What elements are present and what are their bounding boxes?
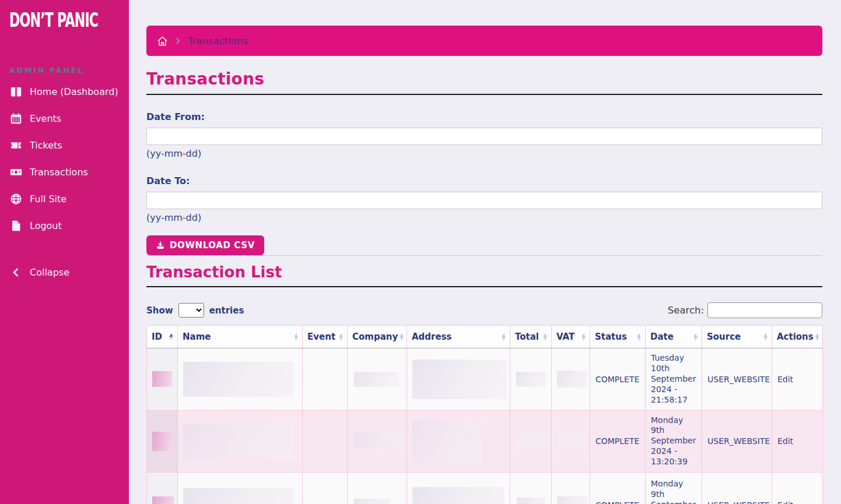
column-header-company[interactable]: Company▲▼ [348, 326, 407, 348]
transaction-source: USER_WEBSITE [702, 473, 772, 504]
divider [146, 255, 822, 256]
entries-label: entries [209, 305, 244, 316]
document-icon [10, 220, 22, 232]
money-icon [10, 166, 22, 178]
chevron-left-icon [10, 266, 22, 279]
download-icon [156, 241, 165, 250]
redacted-value [152, 371, 172, 387]
redacted-value [183, 488, 294, 504]
transaction-date: Tuesday 10th September 2024 - 21:58:17 [646, 348, 702, 411]
app-logo[interactable]: DON’T PANIC [9, 8, 107, 31]
globe-icon [10, 193, 22, 205]
collapse-label: Collapse [30, 267, 69, 278]
ticket-icon [10, 139, 22, 151]
redacted-value [412, 487, 504, 504]
column-header-vat[interactable]: VAT▲▼ [552, 326, 590, 348]
sort-icon: ▲▼ [815, 333, 819, 341]
edit-link[interactable]: Edit [777, 436, 793, 446]
status-badge: COMPLETE [590, 410, 646, 473]
redacted-value [412, 420, 482, 463]
sort-icon: ▲▼ [502, 333, 505, 341]
table-row: COMPLETE Monday 9th September 2024 - 13:… [147, 410, 823, 473]
redacted-value [412, 360, 507, 399]
column-header-status[interactable]: Status▲▼ [590, 326, 646, 348]
status-badge: COMPLETE [590, 348, 646, 411]
edit-link[interactable]: Edit [777, 501, 793, 504]
main-content: Transactions Transactions Date From: (yy… [129, 0, 841, 504]
page-length-select[interactable] [178, 303, 204, 318]
show-label: Show [146, 305, 173, 316]
status-badge: COMPLETE [590, 473, 646, 504]
redacted-value [183, 424, 294, 459]
redacted-value [557, 432, 586, 450]
date-from-hint: (yy-mm-dd) [146, 148, 822, 159]
sidebar-item-home[interactable]: Home (Dashboard) [0, 78, 129, 105]
page-title: Transactions [146, 69, 822, 89]
transaction-date: Monday 9th September 2024 - 12:54:24 [646, 473, 702, 504]
table-row: COMPLETE Monday 9th September 2024 - 12:… [147, 473, 823, 504]
edit-link[interactable]: Edit [777, 375, 793, 384]
sort-icon: ▲▼ [581, 333, 585, 341]
redacted-value [183, 362, 294, 397]
sidebar-item-label: Logout [30, 220, 62, 231]
date-to-hint: (yy-mm-dd) [146, 212, 822, 223]
redacted-value [517, 498, 545, 504]
column-header-name[interactable]: Name▲▼ [178, 326, 303, 348]
date-from-input[interactable] [146, 128, 822, 145]
sidebar-item-logout[interactable]: Logout [0, 212, 129, 239]
sidebar-section-label: ADMIN PANEL [9, 66, 129, 75]
breadcrumb-current[interactable]: Transactions [188, 36, 248, 47]
search-input[interactable] [707, 302, 822, 318]
column-header-date[interactable]: Date▲▼ [646, 326, 702, 348]
sort-icon: ▲▼ [294, 333, 297, 341]
redacted-value [557, 371, 587, 387]
sort-icon: ▲▼ [763, 333, 767, 341]
sidebar-item-tickets[interactable]: Tickets [0, 132, 129, 158]
table-row: COMPLETE Tuesday 10th September 2024 - 2… [147, 348, 823, 411]
column-header-total[interactable]: Total▲▼ [510, 326, 552, 348]
column-header-source[interactable]: Source▲▼ [702, 326, 772, 348]
sort-icon: ▲▼ [339, 333, 342, 341]
sort-icon: ▲▼ [637, 333, 640, 341]
redacted-value [354, 499, 390, 504]
sidebar-item-full-site[interactable]: Full Site [0, 185, 129, 212]
sidebar-item-transactions[interactable]: Transactions [0, 158, 129, 185]
sidebar-collapse-button[interactable]: Collapse [0, 259, 129, 286]
date-to-label: Date To: [146, 175, 822, 186]
sidebar-item-label: Home (Dashboard) [30, 86, 118, 97]
sort-icon: ▲▼ [169, 333, 173, 341]
column-header-actions[interactable]: Actions▲▼ [772, 326, 823, 348]
date-to-input[interactable] [146, 192, 822, 209]
redacted-value [152, 432, 173, 451]
download-csv-label: DOWNLOAD CSV [170, 240, 255, 251]
redacted-value [354, 433, 405, 449]
dashboard-icon [10, 86, 22, 98]
redacted-value [516, 372, 546, 387]
transactions-table: ID▲▼ Name▲▼ Event▲▼ Company▲▼ Address▲▼ … [146, 325, 823, 504]
redacted-value [354, 372, 399, 387]
home-icon[interactable] [157, 36, 168, 47]
divider [146, 286, 822, 287]
breadcrumb: Transactions [146, 26, 822, 56]
search-label: Search: [668, 305, 704, 316]
download-csv-button[interactable]: DOWNLOAD CSV [146, 235, 264, 255]
redacted-value [517, 433, 545, 449]
date-from-label: Date From: [146, 111, 822, 122]
sort-icon: ▲▼ [693, 333, 697, 341]
sidebar-item-events[interactable]: Events [0, 105, 129, 132]
transaction-source: USER_WEBSITE [702, 348, 772, 411]
column-header-event[interactable]: Event▲▼ [303, 326, 348, 348]
divider [146, 94, 822, 95]
column-header-id[interactable]: ID▲▼ [147, 326, 178, 348]
sidebar-item-label: Transactions [30, 167, 88, 178]
sort-icon: ▲▼ [543, 333, 546, 341]
column-header-address[interactable]: Address▲▼ [407, 326, 510, 348]
transaction-source: USER_WEBSITE [702, 410, 772, 473]
list-title: Transaction List [146, 263, 822, 281]
table-controls: Show entries Search: [146, 302, 822, 318]
calendar-icon [10, 112, 22, 125]
sidebar: DON’T PANIC ADMIN PANEL Home (Dashboard)… [0, 0, 129, 504]
redacted-value [557, 496, 588, 504]
sidebar-item-label: Events [30, 113, 61, 124]
chevron-right-icon [174, 37, 182, 45]
